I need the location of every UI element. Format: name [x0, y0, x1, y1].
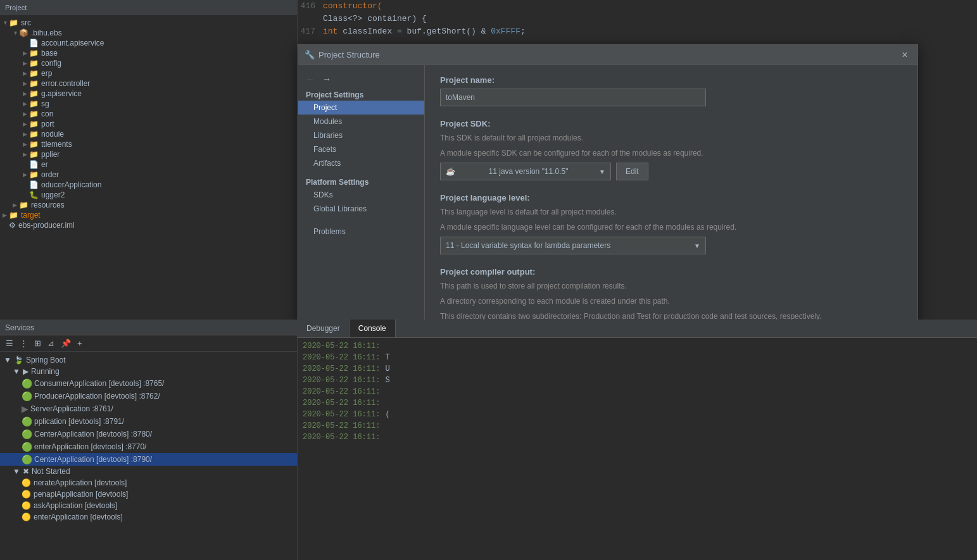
sidebar-item-facets[interactable]: Facets — [298, 142, 424, 156]
tree-item[interactable]: 📄oducerApplication — [0, 180, 297, 190]
project-name-input[interactable] — [440, 89, 706, 106]
log-line: 2020-05-22 16:11: — [303, 397, 972, 409]
tree-item[interactable]: ▶📁g.apiservice — [0, 89, 297, 99]
project-sdk-desc2: A module specific SDK can be configured … — [440, 147, 902, 159]
tree-item-label: sg — [41, 99, 49, 108]
language-level-label: Project language level: — [440, 193, 902, 202]
enter-app-8770[interactable]: 🟢 enterApplication [devtools] :8770/ — [0, 440, 297, 453]
tree-item[interactable]: ▶📁nodule — [0, 129, 297, 139]
nerate-app[interactable]: 🟡 nerateApplication [devtools] — [0, 477, 297, 488]
tree-item[interactable]: ▶📁base — [0, 48, 297, 58]
tree-item[interactable]: ▶📁resources — [0, 200, 297, 210]
services-tree: ▼ 🍃 Spring Boot ▼ ▶ Running 🟢 ConsumerAp… — [0, 352, 297, 525]
line-number: 417 — [298, 25, 323, 38]
tree-item[interactable]: ▶📁error.controller — [0, 78, 297, 89]
lang-value: 11 - Local variable syntax for lambda pa… — [446, 241, 610, 250]
enter-app-ns[interactable]: 🟡 enterApplication [devtools] — [0, 511, 297, 523]
tree-item-label: ugger2 — [41, 190, 65, 199]
console-content: 2020-05-22 16:11: 2020-05-22 16:11: T 20… — [298, 338, 977, 445]
tree-item[interactable]: ⚙ebs-producer.iml — [0, 220, 297, 230]
dialog-title-icon: 🔧 — [305, 50, 315, 59]
project-panel: Project ▼📁src▼📦.bihu.ebs📄account.apiserv… — [0, 0, 298, 320]
tree-item[interactable]: ▶📁sg — [0, 99, 297, 109]
app-8791-label: pplication [devtools] :8791/ — [34, 417, 124, 426]
tree-item-label: error.controller — [41, 79, 90, 88]
tree-item[interactable]: ▶📁erp — [0, 68, 297, 78]
tree-item[interactable]: 📄er — [0, 159, 297, 170]
toolbar-icon-add[interactable]: + — [75, 337, 84, 349]
language-level-select[interactable]: 11 - Local variable syntax for lambda pa… — [440, 237, 706, 254]
sidebar-item-sdks[interactable]: SDKs — [298, 188, 424, 202]
dialog-title-text: Project Structure — [318, 50, 380, 59]
sidebar-item-artifacts[interactable]: Artifacts — [298, 156, 424, 170]
language-level-desc1: This language level is default for all p… — [440, 206, 902, 218]
sidebar-item-problems[interactable]: Problems — [298, 225, 424, 239]
tree-item[interactable]: ▼📁src — [0, 18, 297, 28]
tree-item[interactable]: 📄account.apiservice — [0, 38, 297, 48]
section-project-settings: Project Settings — [298, 88, 424, 101]
nav-back[interactable]: ← — [303, 73, 317, 85]
sdk-row: ☕ 11 java version "11.0.5" ▼ Edit — [440, 163, 902, 180]
tree-item[interactable]: ▶📁target — [0, 210, 297, 220]
tree-item[interactable]: 🐛ugger2 — [0, 190, 297, 200]
log-line: 2020-05-22 16:11: S — [303, 375, 972, 386]
consumer-app[interactable]: 🟢 ConsumerApplication [devtools] :8765/ — [0, 377, 297, 390]
center-app-8780[interactable]: 🟢 CenterApplication [devtools] :8780/ — [0, 428, 297, 440]
services-label: Services — [5, 323, 34, 332]
toolbar-icon-tree[interactable]: ⋮ — [18, 337, 30, 349]
close-button[interactable]: × — [898, 49, 911, 61]
ask-app[interactable]: 🟡 askApplication [devtools] — [0, 500, 297, 511]
sdk-edit-button[interactable]: Edit — [616, 163, 648, 180]
sidebar-item-project[interactable]: Project — [298, 101, 424, 115]
server-app[interactable]: ▶ ServerApplication :8761/ — [0, 402, 297, 415]
tree-item-label: src — [21, 18, 31, 27]
tab-console[interactable]: Console — [350, 320, 396, 337]
compiler-output-label: Project compiler output: — [440, 267, 902, 277]
log-line: 2020-05-22 16:11: T — [303, 352, 972, 363]
tab-debugger[interactable]: Debugger — [298, 320, 350, 337]
producer-app-label: ProducerApplication [devtools] :8762/ — [34, 392, 160, 401]
tree-item-label: port — [41, 120, 54, 128]
center-app-8790-label: CenterApplication [devtools] :8790/ — [34, 455, 152, 464]
producer-app[interactable]: 🟢 ProducerApplication [devtools] :8762/ — [0, 390, 297, 402]
tabs-row: Debugger Console — [298, 320, 977, 338]
running-group[interactable]: ▼ ▶ Running — [0, 366, 297, 377]
tree-item-label: base — [41, 49, 58, 58]
spring-boot-item[interactable]: ▼ 🍃 Spring Boot — [0, 354, 297, 366]
center-app-8780-label: CenterApplication [devtools] :8780/ — [34, 430, 152, 439]
toolbar-icon-pin[interactable]: 📌 — [59, 337, 73, 349]
sidebar-item-modules[interactable]: Modules — [298, 115, 424, 128]
tree-item-label: ttlements — [41, 140, 72, 149]
toolbar-icon-group[interactable]: ⊞ — [32, 337, 43, 349]
tree-item-label: account.apiservice — [41, 39, 104, 47]
tree-item[interactable]: ▶📁port — [0, 119, 297, 129]
tree-item[interactable]: ▶📁pplier — [0, 149, 297, 159]
sidebar-item-libraries[interactable]: Libraries — [298, 128, 424, 142]
log-line: 2020-05-22 16:11: — [303, 386, 972, 397]
project-header: Project — [0, 0, 297, 15]
not-started-group[interactable]: ▼ ✖ Not Started — [0, 466, 297, 477]
enter-app-ns-label: enterApplication [devtools] — [34, 513, 123, 521]
openapi-app[interactable]: 🟡 penapiApplication [devtools] — [0, 488, 297, 500]
console-panel: Debugger Console 2020-05-22 16:11: 2020-… — [298, 320, 977, 560]
center-app-8790[interactable]: 🟢 CenterApplication [devtools] :8790/ — [0, 453, 297, 466]
code-line: Class<?> container) { — [298, 13, 977, 25]
tree-item[interactable]: ▶📁ttlements — [0, 139, 297, 149]
toolbar-icon-filter[interactable]: ⊿ — [46, 337, 56, 349]
sidebar-item-global-libraries[interactable]: Global Libraries — [298, 202, 424, 216]
tree-item[interactable]: ▶📁order — [0, 170, 297, 180]
tree-item-label: .bihu.ebs — [31, 28, 62, 37]
tree-item-label: order — [41, 170, 59, 179]
project-name-label: Project name: — [440, 75, 902, 85]
line-number: 416 — [298, 0, 323, 13]
sdk-select[interactable]: ☕ 11 java version "11.0.5" ▼ — [440, 163, 611, 180]
tree-item[interactable]: ▶📁config — [0, 58, 297, 68]
tree-item-label: config — [41, 59, 61, 68]
toolbar-icon-list[interactable]: ☰ — [4, 337, 15, 349]
tree-item[interactable]: ▼📦.bihu.ebs — [0, 28, 297, 38]
sdk-dropdown-arrow: ▼ — [599, 168, 605, 175]
tree-item-label: er — [41, 160, 48, 169]
nav-forward[interactable]: → — [320, 73, 334, 85]
app-8791[interactable]: 🟢 pplication [devtools] :8791/ — [0, 415, 297, 428]
tree-item[interactable]: ▶📁con — [0, 109, 297, 119]
